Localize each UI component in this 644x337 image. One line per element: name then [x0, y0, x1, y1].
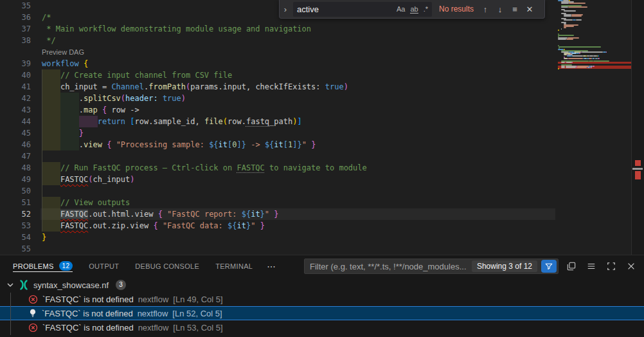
line-text[interactable]: FASTQC.out.zip.view { "FastQC data: ${it…: [42, 220, 265, 232]
code-line-40[interactable]: 40 // Create input channel from CSV file: [0, 69, 558, 81]
collapse-all-icon[interactable]: [566, 261, 577, 271]
code-line-45[interactable]: 45 }: [0, 127, 558, 139]
codelens-link[interactable]: Preview DAG: [42, 46, 84, 58]
find-previous-icon[interactable]: ↑: [479, 5, 491, 14]
minimap-line: [582, 51, 603, 53]
vscode-window: 3536/*37 * Main workflow demonstrating m…: [0, 0, 644, 337]
line-text[interactable]: .map { row ->: [42, 104, 139, 116]
line-number[interactable]: 44: [0, 116, 31, 127]
line-number[interactable]: 48: [0, 162, 31, 174]
find-next-icon[interactable]: ↓: [494, 5, 506, 14]
line-number[interactable]: 47: [0, 150, 31, 162]
more-tabs-icon[interactable]: ⋯: [267, 261, 276, 271]
line-text[interactable]: return [row.sample_id, file(row.fastq_pa…: [42, 116, 302, 127]
line-text[interactable]: FASTQC(ch_input): [42, 174, 135, 185]
problem-row[interactable]: `FASTQC` is not definednextflow[Ln 52, C…: [0, 306, 644, 320]
problem-location: [Ln 52, Col 5]: [172, 309, 222, 318]
minimap[interactable]: [558, 0, 631, 255]
find-input[interactable]: active Aa ab .*: [293, 2, 432, 17]
minimap-line: [593, 60, 609, 62]
code-line-55[interactable]: 55: [0, 243, 558, 255]
line-number[interactable]: 50: [0, 185, 31, 197]
problems-filter-input[interactable]: Filter (e.g. text, **/*.ts, !**/node_mod…: [304, 259, 559, 274]
code-line-53[interactable]: 53 FASTQC.out.zip.view { "FastQC data: $…: [0, 220, 558, 232]
code-line-48[interactable]: 48 // Run FastQC process – Ctrl-click on…: [0, 162, 558, 174]
line-text[interactable]: }: [42, 127, 84, 139]
showing-count-badge: Showing 3 of 12: [472, 260, 537, 272]
problems-tree: syntax_showcase.nf3`FASTQC` is not defin…: [0, 278, 644, 337]
line-text[interactable]: // Create input channel from CSV file: [42, 69, 232, 81]
line-text[interactable]: // Run FastQC process – Ctrl-click on FA…: [42, 162, 367, 174]
code-line-50[interactable]: 50: [0, 185, 558, 197]
line-text[interactable]: * Main workflow demonstrating module usa…: [42, 23, 311, 35]
tab-terminal[interactable]: TERMINAL: [215, 255, 253, 277]
code-line-46[interactable]: 46 .view { "Processing sample: ${it[0]} …: [0, 139, 558, 150]
line-number[interactable]: 51: [0, 197, 31, 208]
line-text[interactable]: }: [42, 232, 46, 243]
find-close-icon[interactable]: ✕: [524, 5, 535, 14]
minimap-line: [564, 19, 573, 21]
find-query-text[interactable]: active: [297, 5, 397, 14]
code-line-51[interactable]: 51 // View outputs: [0, 197, 558, 208]
code-line-54[interactable]: 54}: [0, 232, 558, 243]
line-number[interactable]: 45: [0, 127, 31, 139]
line-number[interactable]: 46: [0, 139, 31, 150]
error-icon: [28, 323, 38, 332]
line-number[interactable]: 39: [0, 58, 31, 69]
line-text[interactable]: */: [42, 35, 56, 46]
line-text[interactable]: .view { "Processing sample: ${it[0]} -> …: [42, 139, 316, 150]
regex-icon[interactable]: .*: [424, 5, 428, 13]
problem-row[interactable]: `FASTQC` is not definednextflow[Ln 49, C…: [0, 292, 644, 306]
maximize-panel-icon[interactable]: [606, 261, 616, 271]
code-line-47[interactable]: 47: [0, 150, 558, 162]
code-line-42[interactable]: 42 .splitCsv(header: true): [0, 93, 558, 104]
line-text[interactable]: workflow {: [42, 58, 88, 69]
codelens-preview-dag[interactable]: Preview DAG: [0, 46, 558, 58]
tab-debug-console[interactable]: DEBUG CONSOLE: [135, 255, 199, 277]
overview-ruler-scrollbar[interactable]: [631, 0, 644, 255]
line-text[interactable]: // View outputs: [42, 197, 130, 208]
editor-lines[interactable]: 3536/*37 * Main workflow demonstrating m…: [0, 0, 558, 255]
code-line-37[interactable]: 37 * Main workflow demonstrating module …: [0, 23, 558, 35]
code-line-39[interactable]: 39workflow {: [0, 58, 558, 69]
chevron-down-icon[interactable]: [5, 280, 15, 290]
code-editor[interactable]: 3536/*37 * Main workflow demonstrating m…: [0, 0, 644, 255]
problems-file-row[interactable]: syntax_showcase.nf3: [0, 278, 644, 292]
line-number[interactable]: 41: [0, 81, 31, 93]
line-text[interactable]: FASTQC.out.html.view { "FastQC report: $…: [42, 208, 279, 220]
find-in-selection-icon[interactable]: ≡: [509, 5, 521, 14]
code-line-38[interactable]: 38 */: [0, 35, 558, 46]
code-line-52[interactable]: 52 FASTQC.out.html.view { "FastQC report…: [0, 208, 558, 220]
whole-word-icon[interactable]: ab: [410, 5, 418, 14]
line-number[interactable]: 53: [0, 220, 31, 232]
line-number[interactable]: 38: [0, 35, 31, 46]
line-text[interactable]: .splitCsv(header: true): [42, 93, 186, 104]
line-number[interactable]: 52: [0, 208, 31, 220]
line-number[interactable]: 35: [0, 0, 31, 12]
line-number[interactable]: 55: [0, 243, 31, 255]
code-line-44[interactable]: 44 return [row.sample_id, file(row.fastq…: [0, 116, 558, 127]
line-number[interactable]: 40: [0, 69, 31, 81]
line-number[interactable]: 36: [0, 12, 31, 23]
line-number[interactable]: 37: [0, 23, 31, 35]
line-number[interactable]: 42: [0, 93, 31, 104]
minimap-line: [568, 58, 583, 59]
match-case-icon[interactable]: Aa: [397, 5, 405, 13]
line-number[interactable]: 49: [0, 174, 31, 185]
toggle-replace-icon[interactable]: ›: [281, 5, 290, 14]
ruler-error-mark: [635, 171, 641, 179]
line-text[interactable]: ch_input = Channel.fromPath(params.input…: [42, 81, 348, 93]
view-as-table-icon[interactable]: [586, 261, 596, 271]
close-panel-icon[interactable]: [626, 261, 636, 271]
code-line-43[interactable]: 43 .map { row ->: [0, 104, 558, 116]
ruler-error-mark: [635, 160, 641, 166]
line-text[interactable]: /*: [42, 12, 51, 23]
tab-output[interactable]: OUTPUT: [89, 255, 119, 277]
problem-row[interactable]: `FASTQC` is not definednextflow[Ln 53, C…: [0, 320, 644, 334]
code-line-49[interactable]: 49 FASTQC(ch_input): [0, 174, 558, 185]
tab-problems[interactable]: PROBLEMS12: [13, 255, 73, 277]
line-number[interactable]: 43: [0, 104, 31, 116]
code-line-41[interactable]: 41 ch_input = Channel.fromPath(params.in…: [0, 81, 558, 93]
filter-funnel-icon[interactable]: [541, 260, 557, 273]
line-number[interactable]: 54: [0, 232, 31, 243]
